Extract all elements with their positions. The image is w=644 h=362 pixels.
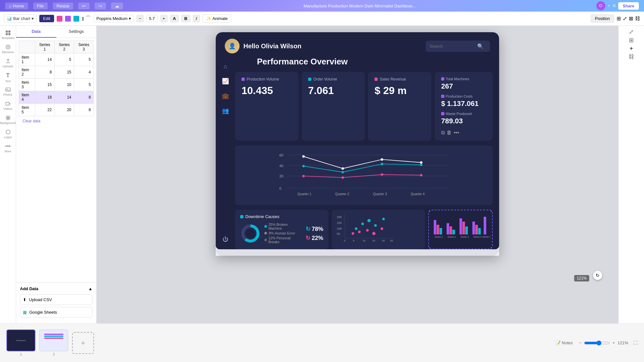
color-picker-purple[interactable] (65, 16, 71, 22)
table-row[interactable]: Item 418148 (19, 91, 94, 104)
collapse-icon[interactable]: ▲ (88, 286, 92, 291)
sidebar-background[interactable]: Background (2, 113, 14, 126)
sidebar-photos[interactable]: Photos (2, 85, 14, 98)
table-row[interactable]: Item 522208 (19, 104, 94, 116)
svg-text:60: 60 (279, 153, 284, 157)
svg-point-25 (302, 165, 305, 167)
chart-type-selector[interactable]: 📊 Bar chart ▾ (4, 14, 37, 23)
bold-button[interactable]: A (170, 15, 179, 22)
sidebar-uploads[interactable]: Uploads (2, 57, 14, 70)
tab-settings[interactable]: Settings (56, 26, 97, 38)
sidebar-videos[interactable]: Videos (2, 99, 14, 112)
dashboard-nav: ⌂ 📈 💼 👥 ⏻ (216, 57, 235, 249)
top-bar: ⌂ Home File Resize ↩ ↪ ☁ Manufacture Pro… (0, 0, 644, 12)
font-selector[interactable]: Poppins Medium ▾ (93, 15, 134, 22)
effects-icon[interactable]: ✦ (629, 45, 634, 52)
sync2-icon: ↻ (306, 234, 310, 242)
pct1-value: 78% (312, 226, 323, 233)
animate-button[interactable]: ✨ Animate (203, 14, 232, 23)
tab-data[interactable]: Data (16, 26, 56, 38)
user-greeting: Hello Olivia Wilson (243, 43, 301, 50)
notes-button[interactable]: 📝 Notes (553, 339, 575, 347)
resize-handle-tr[interactable] (491, 210, 493, 212)
svg-rect-65 (447, 223, 449, 234)
clear-data-link[interactable]: Clear data (19, 116, 94, 126)
resize-handle-br[interactable] (491, 247, 493, 249)
trash-icon[interactable]: 🗑 (447, 130, 452, 136)
color-picker-cyan[interactable] (73, 16, 79, 22)
resize-button[interactable]: Resize (53, 3, 73, 9)
google-sheets-button[interactable]: ▦ Google Sheets (20, 307, 92, 318)
people-nav-icon[interactable]: 👥 (222, 107, 229, 114)
align-icon[interactable]: ⫿ (82, 16, 84, 22)
font-size-value: 5.7 (146, 15, 158, 22)
svg-rect-73 (478, 228, 481, 234)
resize-handle-tl[interactable] (428, 210, 430, 212)
zoom-out-button[interactable]: − (579, 340, 582, 345)
sidebar-more[interactable]: ••• More (2, 142, 14, 155)
table-row[interactable]: Item 11455 (19, 53, 94, 66)
share-button[interactable]: Share (618, 2, 639, 10)
sidebar-templates[interactable]: Templates (2, 28, 14, 41)
transform-icon[interactable]: ⤢ (629, 28, 634, 35)
downtime-header: Downtime Causes (240, 214, 323, 219)
svg-text:150: 150 (337, 221, 342, 224)
col-header-empty (19, 41, 35, 53)
downtime-legend: 25% Broken Machine 8% Human Error (264, 223, 299, 245)
color-picker-pink[interactable] (57, 16, 62, 22)
font-size-decrease[interactable]: − (137, 15, 144, 22)
search-icon[interactable]: 🔍 (477, 43, 484, 49)
copy-icon[interactable]: ⧉ (441, 130, 445, 136)
add-slide-button[interactable]: + (72, 332, 94, 354)
canvas-area: 👤 Hello Olivia Wilson 🔍 ⌂ 📈 💼 (97, 26, 618, 323)
save-button[interactable]: ☁ (111, 3, 123, 9)
chart-nav-icon[interactable]: 📈 (222, 78, 229, 85)
sidebar-logos[interactable]: Logos (2, 128, 14, 140)
link-panel-icon[interactable]: ⛓ (629, 53, 634, 60)
briefcase-nav-icon[interactable]: 💼 (222, 92, 229, 100)
svg-rect-66 (450, 226, 452, 234)
power-nav-icon[interactable]: ⏻ (223, 236, 228, 243)
stat-dot-purple (242, 78, 245, 81)
undo-button[interactable]: ↩ (78, 3, 90, 9)
italic-button[interactable]: I (193, 15, 200, 22)
svg-rect-71 (472, 222, 475, 234)
zoom-indicator: 121% (574, 275, 589, 281)
home-nav-icon[interactable]: ⌂ (224, 63, 227, 70)
slide-thumb-2[interactable] (39, 329, 68, 351)
position-button[interactable]: Position (591, 14, 614, 23)
refresh-button[interactable]: ↻ (593, 271, 602, 280)
bold-b-button[interactable]: B (181, 15, 190, 22)
table-row[interactable]: Item 28154 (19, 66, 94, 79)
crop-icon[interactable]: ⊠ (629, 15, 633, 22)
zoom-slider[interactable] (584, 340, 610, 346)
stats-cards: Production Volume 10.435 Order Volume (235, 72, 431, 141)
link-icon[interactable]: ⛓ (635, 16, 640, 22)
slide-num-1: 1 (20, 352, 22, 356)
redo-button[interactable]: ↪ (95, 3, 106, 9)
table-row[interactable]: Item 315105 (19, 79, 94, 91)
more-icon[interactable]: ••• (454, 130, 459, 136)
waste-dot (441, 112, 444, 115)
upload-csv-button[interactable]: ⬆ Upload CSV (20, 294, 92, 305)
sidebar-text[interactable]: T Text (2, 71, 14, 84)
svg-point-28 (420, 164, 422, 166)
zoom-in-button[interactable]: + (612, 340, 615, 345)
resize-handle-bl[interactable] (428, 247, 430, 249)
search-input[interactable] (430, 44, 475, 49)
legend-personal-breaks: 12% Personal Breaks (264, 236, 299, 244)
fullscreen-button[interactable]: ⛶ (633, 340, 638, 345)
edit-button[interactable]: Edit (39, 15, 54, 22)
svg-rect-63 (437, 225, 439, 234)
svg-point-52 (355, 227, 357, 230)
home-button[interactable]: ⌂ Home (5, 3, 28, 9)
curve-icon[interactable]: ⌒ (86, 15, 91, 22)
file-button[interactable]: File (33, 3, 48, 9)
font-size-increase[interactable]: + (160, 15, 167, 22)
col-header-s1: Series 1 (35, 41, 54, 53)
layers-icon[interactable]: ⊞ (629, 37, 634, 44)
grid-icon[interactable]: ⊞ (617, 15, 621, 22)
resize-icon[interactable]: ⤢ (623, 15, 627, 22)
sidebar-elements[interactable]: Elements (2, 43, 14, 55)
slide-thumb-1[interactable]: Dashboard (6, 329, 35, 351)
